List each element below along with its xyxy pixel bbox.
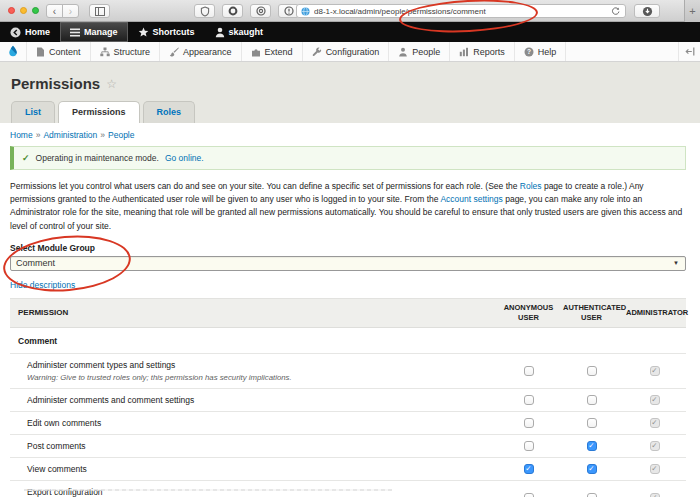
permission-label: Administer comments and comment settings [27, 395, 497, 405]
menubar-item-help[interactable]: ? Help [515, 42, 567, 61]
toolbar-item-manage[interactable]: Manage [60, 22, 128, 42]
at-badge-icon [256, 6, 266, 16]
anonymous-user-cell [497, 441, 560, 451]
anonymous-user-checkbox[interactable] [524, 395, 534, 405]
forward-button[interactable]: › [62, 4, 79, 18]
new-tab-button[interactable]: + [689, 5, 695, 17]
minimize-window-button[interactable] [20, 7, 27, 14]
download-circle-icon [642, 6, 653, 17]
check-icon: ✓ [22, 153, 30, 163]
drupal-logo[interactable] [0, 42, 27, 61]
primary-tabs: List Permissions Roles [11, 101, 686, 123]
shield-extension-button[interactable] [194, 4, 215, 18]
account-settings-link[interactable]: Account settings [440, 194, 502, 204]
administrator-checkbox: ✓ [650, 395, 660, 405]
reload-icon[interactable] [611, 6, 620, 16]
drupal-admin-toolbar: Home Manage Shortcuts skaught [0, 22, 700, 42]
drupal-drop-icon [7, 45, 19, 58]
tab-list[interactable]: List [11, 101, 55, 123]
ring-extension-button[interactable] [222, 4, 243, 18]
module-group-label: Select Module Group [10, 243, 686, 253]
hide-descriptions-link[interactable]: Hide descriptions [10, 280, 75, 290]
authenticated-user-checkbox[interactable] [587, 418, 597, 428]
menubar-item-extend[interactable]: Extend [242, 42, 303, 61]
authenticated-user-cell [560, 366, 623, 376]
module-group-select[interactable]: Comment ▼ [10, 256, 686, 271]
anonymous-user-cell [497, 493, 560, 497]
status-message: ✓ Operating in maintenance mode. Go onli… [10, 146, 686, 170]
administrator-checkbox: ✓ [650, 418, 660, 428]
menubar-item-label: Reports [473, 47, 505, 57]
permissions-description: Permissions let you control what users c… [10, 180, 686, 233]
zoom-window-button[interactable] [32, 7, 39, 14]
authenticated-user-checkbox[interactable] [587, 493, 597, 497]
menubar-item-configuration[interactable]: Configuration [303, 42, 390, 61]
file-icon [36, 47, 45, 57]
menubar-item-appearance[interactable]: Appearance [160, 42, 242, 61]
toolbar-item-user[interactable]: skaught [205, 22, 274, 42]
administrator-cell: ✓ [623, 464, 686, 474]
toolbar-orientation-toggle[interactable] [678, 42, 700, 61]
anonymous-user-checkbox[interactable] [524, 441, 534, 451]
menubar-item-structure[interactable]: Structure [91, 42, 161, 61]
hamburger-icon [70, 28, 80, 37]
menubar-item-people[interactable]: People [389, 42, 450, 61]
close-window-button[interactable] [8, 7, 15, 14]
menubar-item-label: Appearance [183, 47, 232, 57]
dock-left-icon [685, 47, 695, 56]
column-header-anonymous-user: ANONYMOUS USER [497, 299, 560, 327]
sidebar-toggle-button[interactable] [89, 4, 110, 18]
table-header-row: PERMISSION ANONYMOUS USER AUTHENTICATED … [10, 298, 686, 328]
faint-footer-artifact [24, 489, 392, 491]
toolbar-item-label: Home [25, 27, 50, 37]
table-row: Administer comments and comment settings… [10, 389, 686, 412]
toolbar-item-home[interactable]: Home [0, 22, 60, 42]
menubar-item-reports[interactable]: Reports [450, 42, 515, 61]
administrator-checkbox: ✓ [650, 464, 660, 474]
history-nav: ‹ › [46, 4, 79, 18]
favorite-star-icon[interactable]: ☆ [106, 77, 117, 91]
anonymous-user-checkbox[interactable] [524, 493, 534, 497]
chevron-down-icon: ▼ [673, 260, 679, 266]
tab-permissions[interactable]: Permissions [58, 101, 140, 123]
description-text: Permissions let you control what users c… [10, 181, 520, 191]
go-online-link[interactable]: Go online. [165, 153, 204, 163]
site-favicon-globe-icon [301, 7, 310, 16]
permission-label: Post comments [27, 441, 497, 451]
menubar-item-content[interactable]: Content [27, 42, 91, 61]
ring-icon [228, 6, 238, 16]
authenticated-user-checkbox[interactable] [587, 366, 597, 376]
anonymous-user-cell [497, 418, 560, 428]
authenticated-user-checkbox[interactable]: ✓ [587, 464, 597, 474]
menubar-item-label: Help [538, 47, 557, 57]
roles-link[interactable]: Roles [520, 181, 542, 191]
bar-chart-icon [459, 47, 469, 57]
table-rows: Administer comment types and settings Wa… [10, 354, 686, 497]
breadcrumb-people-link[interactable]: People [108, 130, 134, 140]
anonymous-user-checkbox[interactable] [524, 366, 534, 376]
authenticated-user-checkbox[interactable] [587, 395, 597, 405]
table-row: Post comments ✓ ✓ [10, 435, 686, 458]
at-badge-extension-button[interactable] [250, 4, 271, 18]
menubar-item-label: Extend [265, 47, 293, 57]
breadcrumb-home-link[interactable]: Home [10, 130, 33, 140]
authenticated-user-cell: ✓ [560, 464, 623, 474]
module-group-selected-value: Comment [16, 258, 55, 268]
anonymous-user-checkbox[interactable]: ✓ [524, 464, 534, 474]
extension-buttons [194, 4, 299, 18]
tab-roles[interactable]: Roles [143, 101, 196, 123]
menubar-item-label: Configuration [326, 47, 380, 57]
breadcrumb-administration-link[interactable]: Administration [43, 130, 97, 140]
toolbar-item-shortcuts[interactable]: Shortcuts [128, 22, 205, 42]
permission-warning: Warning: Give to trusted roles only; thi… [27, 373, 497, 382]
authenticated-user-checkbox[interactable]: ✓ [587, 441, 597, 451]
anonymous-user-checkbox[interactable] [524, 418, 534, 428]
address-bar[interactable]: d8-1-x.local/admin/people/permissions/co… [296, 4, 626, 18]
downloads-button[interactable] [634, 4, 660, 18]
breadcrumb-separator: » [36, 130, 41, 140]
back-button[interactable]: ‹ [46, 4, 63, 18]
user-icon [215, 27, 225, 38]
menubar-item-label: Content [49, 47, 81, 57]
anonymous-user-cell: ✓ [497, 464, 560, 474]
wrench-icon [312, 47, 322, 57]
